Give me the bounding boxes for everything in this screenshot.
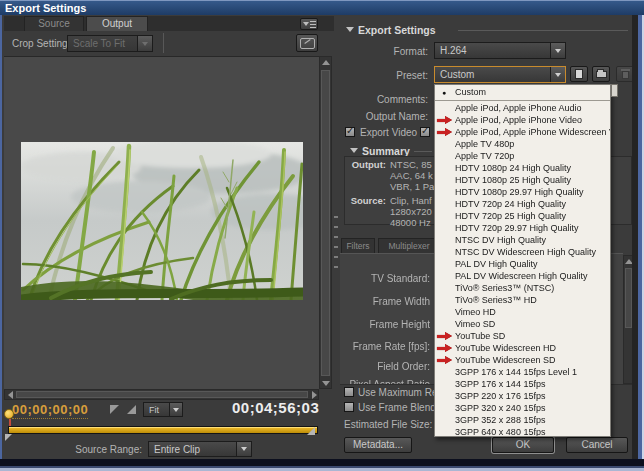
preset-option[interactable]: 3GPP 220 x 176 15fps bbox=[435, 390, 610, 402]
preset-option[interactable]: 3GPP 176 x 144 15fps bbox=[435, 378, 610, 390]
preset-option[interactable]: HDTV 720p 29.97 High Quality bbox=[435, 222, 610, 234]
summary-output-line: VBR, 1 Pa bbox=[390, 181, 434, 193]
clip-duration: 00;04;56;03 bbox=[232, 399, 319, 416]
preset-option[interactable]: Apple TV 480p bbox=[435, 138, 610, 150]
preset-option[interactable]: TiVo® Series3™ (NTSC) bbox=[435, 282, 610, 294]
preset-option[interactable]: YouTube Widescreen HD bbox=[435, 342, 610, 354]
window-border bbox=[0, 15, 2, 459]
preset-option[interactable]: 3GPP 640 x 480 15fps bbox=[435, 426, 610, 437]
preset-option[interactable]: YouTube Widescreen SD bbox=[435, 354, 610, 366]
field-label: Frame Rate [fps]: bbox=[340, 341, 430, 353]
source-range-select[interactable]: Entire Clip bbox=[148, 441, 252, 457]
preset-option[interactable]: 3GPP 352 x 288 15fps bbox=[435, 414, 610, 426]
export-video-label: Export Video bbox=[360, 127, 417, 139]
preset-option[interactable]: Vimeo HD bbox=[435, 306, 610, 318]
toolbar-divider bbox=[163, 33, 164, 53]
tab-output[interactable]: Output bbox=[86, 16, 148, 31]
red-arrow-icon bbox=[436, 344, 452, 353]
set-in-point-icon[interactable] bbox=[110, 405, 119, 414]
preset-option[interactable]: Apple TV 720p bbox=[435, 150, 610, 162]
export-audio-checkbox[interactable] bbox=[420, 127, 430, 137]
source-range-label: Source Range: bbox=[42, 444, 142, 456]
zoom-level-select[interactable]: Fit bbox=[143, 402, 183, 417]
panel-splitter[interactable] bbox=[334, 216, 338, 274]
output-name-label: Output Name: bbox=[340, 111, 428, 123]
red-arrow-icon bbox=[436, 116, 452, 125]
comments-label: Comments: bbox=[340, 94, 428, 106]
timeline-track[interactable] bbox=[8, 426, 318, 434]
playhead-marker[interactable] bbox=[4, 409, 14, 419]
summary-output-label: Output: bbox=[344, 159, 386, 171]
preset-option[interactable]: Apple iPod, Apple iPhone Audio bbox=[435, 102, 610, 114]
scroll-down-icon[interactable] bbox=[322, 381, 330, 386]
folder-icon bbox=[596, 71, 607, 78]
window-title: Export Settings bbox=[5, 2, 86, 14]
ok-button[interactable]: OK bbox=[492, 437, 554, 453]
preset-option[interactable]: TiVo® Series3™ HD bbox=[435, 294, 610, 306]
crop-output-button[interactable] bbox=[296, 34, 318, 52]
preset-option[interactable]: 3GPP 176 x 144 15fps Level 1 bbox=[435, 366, 610, 378]
preset-option[interactable]: 3GPP 320 x 240 15fps bbox=[435, 402, 610, 414]
section-collapse-icon[interactable] bbox=[346, 27, 354, 32]
summary-source-label: Source: bbox=[344, 195, 386, 207]
preset-option[interactable]: NTSC DV High Quality bbox=[435, 234, 610, 246]
chevron-down-icon bbox=[137, 36, 152, 51]
preset-option[interactable]: PAL DV High Quality bbox=[435, 258, 610, 270]
field-label: TV Standard: bbox=[340, 273, 430, 285]
scrollbar-thumb[interactable] bbox=[625, 268, 632, 328]
preset-option-selected[interactable]: Custom bbox=[435, 85, 610, 99]
preset-select[interactable]: Custom bbox=[434, 66, 566, 83]
use-max-render-checkbox[interactable] bbox=[344, 387, 354, 397]
scroll-right-icon[interactable] bbox=[312, 391, 317, 399]
format-label: Format: bbox=[340, 46, 428, 58]
scroll-up-icon[interactable] bbox=[322, 60, 330, 65]
preset-option[interactable]: PAL DV Widescreen High Quality bbox=[435, 270, 610, 282]
preset-dropdown-list[interactable]: CustomApple iPod, Apple iPhone AudioAppl… bbox=[434, 84, 611, 437]
title-bar[interactable]: Export Settings bbox=[0, 0, 644, 15]
preset-option[interactable]: HDTV 720p 25 High Quality bbox=[435, 210, 610, 222]
preset-option[interactable]: Apple iPod, Apple iPhone Video bbox=[435, 114, 610, 126]
field-label: Frame Width bbox=[340, 296, 430, 308]
scroll-left-icon[interactable] bbox=[8, 391, 13, 399]
preset-option[interactable]: HDTV 720p 24 High Quality bbox=[435, 198, 610, 210]
preset-option[interactable]: Vimeo SD bbox=[435, 318, 610, 330]
timeline-start-handle[interactable] bbox=[5, 434, 12, 441]
red-arrow-icon bbox=[436, 356, 452, 365]
scrollbar-thumb[interactable] bbox=[16, 391, 308, 398]
preset-option[interactable]: NTSC DV Widescreen High Quality bbox=[435, 246, 610, 258]
cancel-button[interactable]: Cancel bbox=[566, 437, 628, 453]
preset-option[interactable]: Apple iPod, Apple iPhone Widescreen Vide… bbox=[435, 126, 610, 138]
format-select[interactable]: H.264 bbox=[434, 42, 566, 59]
preset-option[interactable]: HDTV 1080p 29.97 High Quality bbox=[435, 186, 610, 198]
preset-option[interactable]: YouTube SD bbox=[435, 330, 610, 342]
scrollbar-thumb[interactable] bbox=[321, 70, 330, 376]
preview-vertical-scrollbar[interactable] bbox=[319, 56, 332, 389]
panel-menu-button[interactable] bbox=[300, 18, 318, 30]
chevron-down-icon bbox=[550, 43, 565, 58]
current-timecode[interactable]: 00;00;00;00 bbox=[12, 402, 88, 419]
tab-source[interactable]: Source bbox=[24, 16, 84, 31]
export-video-checkbox[interactable] bbox=[345, 127, 355, 137]
tab-filters[interactable]: Filters bbox=[341, 238, 375, 253]
save-preset-button[interactable] bbox=[570, 66, 588, 82]
tab-multiplexer[interactable]: Multiplexer bbox=[378, 238, 440, 253]
export-settings-dialog: Export Settings Source Output Crop Setti… bbox=[0, 0, 644, 471]
preset-option[interactable]: HDTV 1080p 24 High Quality bbox=[435, 162, 610, 174]
use-frame-blending-checkbox[interactable] bbox=[344, 402, 354, 412]
dropdown-scrollbar-thumb[interactable] bbox=[611, 84, 618, 97]
summary-collapse-icon[interactable] bbox=[350, 148, 358, 153]
crop-setting-select: Scale To Fit bbox=[67, 35, 153, 52]
save-preset-icon bbox=[575, 69, 583, 79]
import-preset-button[interactable] bbox=[592, 66, 610, 82]
red-arrow-icon bbox=[436, 332, 452, 341]
chevron-down-icon bbox=[550, 67, 565, 82]
window-bottom-frame bbox=[0, 459, 644, 466]
crop-icon bbox=[300, 38, 315, 49]
field-label: Field Order: bbox=[340, 361, 430, 373]
timeline-end-handle[interactable] bbox=[307, 427, 315, 435]
metadata-button[interactable]: Metadata... bbox=[344, 437, 412, 453]
preset-option[interactable]: HDTV 1080p 25 High Quality bbox=[435, 174, 610, 186]
red-arrow-icon bbox=[436, 128, 452, 137]
set-out-point-icon[interactable] bbox=[127, 405, 136, 414]
crop-setting-label: Crop Setting bbox=[12, 38, 68, 50]
